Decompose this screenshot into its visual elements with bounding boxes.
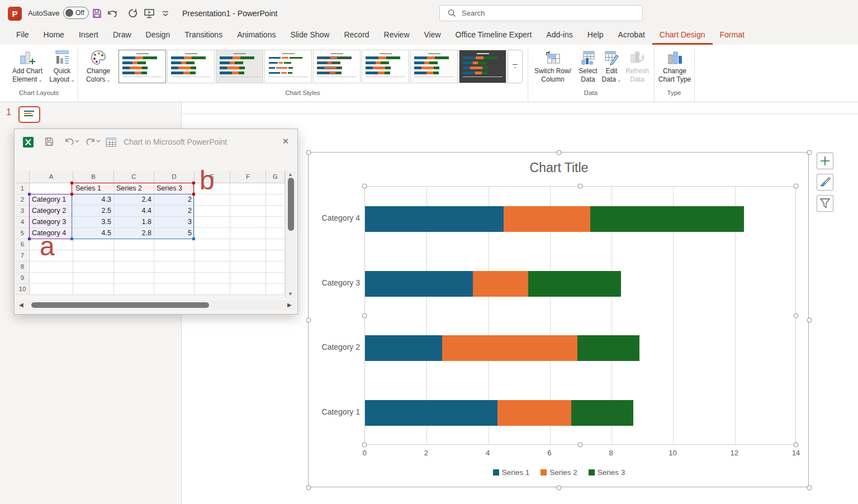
sheet-cell[interactable] [73, 273, 114, 284]
row-header-9[interactable]: 9 [16, 273, 30, 284]
edit-data-in-excel-icon[interactable] [105, 136, 117, 150]
sheet-cell[interactable] [154, 284, 195, 295]
selection-handle[interactable] [807, 486, 812, 491]
tab-chart-design[interactable]: Chart Design [652, 27, 713, 45]
range-handle[interactable] [192, 237, 195, 240]
datasheet-window[interactable]: Chart in Microsoft PowerPoint ✕ ABCDEFG1… [14, 129, 298, 315]
sheet-cell[interactable] [195, 239, 230, 250]
sheet-cell[interactable] [266, 228, 285, 239]
sheet-cell[interactable]: 5 [154, 228, 195, 239]
selection-handle[interactable] [557, 486, 562, 491]
sheet-cell[interactable] [195, 194, 230, 206]
chart-object[interactable]: Chart Title Category 4Category 3Category… [308, 152, 809, 487]
sheet-cell[interactable] [230, 261, 266, 273]
sheet-cell[interactable]: 4.3 [73, 194, 114, 206]
sheet-cell[interactable] [266, 250, 285, 261]
range-handle[interactable] [70, 237, 73, 240]
sheet-cell[interactable]: Series 3 [154, 183, 195, 194]
sheet-cell[interactable] [30, 273, 73, 284]
change-chart-type-button[interactable]: Change Chart Type [657, 48, 692, 84]
chart-filters-button[interactable] [817, 195, 833, 212]
row-header-2[interactable]: 2 [16, 194, 30, 206]
sheet-cell[interactable] [230, 183, 266, 194]
sheet-cell[interactable]: 2.5 [73, 206, 114, 217]
sheet-cell[interactable] [30, 261, 73, 273]
bar-segment-series-2[interactable] [442, 335, 578, 361]
scroll-right-icon[interactable]: ▶ [287, 302, 292, 308]
quick-layout-button[interactable]: Quick Layout⌄ [48, 48, 76, 84]
vertical-scrollbar[interactable]: ▲ ▼ [285, 171, 296, 298]
category-label[interactable]: Category 2 [309, 343, 360, 351]
range-handle[interactable] [28, 193, 31, 196]
sheet-cell[interactable] [230, 217, 266, 228]
save-icon[interactable] [44, 136, 54, 149]
selection-handle[interactable] [578, 443, 583, 448]
bar-segment-series-1[interactable] [365, 400, 497, 426]
column-header-D[interactable]: D [154, 171, 195, 183]
sheet-cell[interactable]: 3.5 [73, 217, 114, 228]
plot-area[interactable] [364, 186, 796, 445]
tab-review[interactable]: Review [377, 27, 417, 45]
tab-add-ins[interactable]: Add-ins [539, 27, 580, 45]
selection-handle[interactable] [306, 318, 311, 323]
sheet-cell[interactable]: Category 1 [30, 194, 73, 206]
bar-segment-series-2[interactable] [473, 271, 528, 297]
sheet-cell[interactable] [195, 250, 230, 261]
bar-segment-series-3[interactable] [577, 335, 639, 361]
start-slideshow-icon[interactable] [143, 8, 154, 19]
bar-segment-series-2[interactable] [504, 206, 590, 232]
row-header-8[interactable]: 8 [16, 261, 30, 273]
close-icon[interactable]: ✕ [278, 135, 293, 148]
sheet-cell[interactable] [154, 239, 195, 250]
column-header-A[interactable]: A [30, 171, 73, 183]
bar-segment-series-3[interactable] [590, 206, 745, 232]
bar-segment-series-1[interactable] [365, 335, 442, 361]
column-header-B[interactable]: B [73, 171, 114, 183]
row-header-3[interactable]: 3 [16, 206, 30, 217]
sheet-cell[interactable] [266, 206, 285, 217]
legend-item-series-2[interactable]: Series 2 [541, 468, 577, 477]
undo-icon[interactable] [106, 8, 117, 19]
row-header-10[interactable]: 10 [16, 284, 30, 295]
tab-record[interactable]: Record [336, 27, 376, 45]
tab-view[interactable]: View [417, 27, 448, 45]
row-header-4[interactable]: 4 [16, 217, 30, 228]
change-colors-button[interactable]: Change Colors⌄ [82, 48, 115, 84]
tab-slide-show[interactable]: Slide Show [283, 27, 336, 45]
selection-handle[interactable] [557, 150, 562, 155]
sheet-cell[interactable] [73, 239, 114, 250]
category-label[interactable]: Category 3 [309, 278, 360, 287]
sheet-cell[interactable] [230, 228, 266, 239]
selection-handle[interactable] [794, 443, 799, 448]
sheet-cell[interactable] [195, 284, 230, 295]
gallery-more-button[interactable]: ⌄ [508, 50, 523, 83]
gallery-style-5[interactable] [313, 50, 361, 83]
sheet-cell[interactable] [195, 261, 230, 273]
sheet-cell[interactable] [195, 273, 230, 284]
scroll-down-icon[interactable]: ▼ [288, 291, 293, 297]
gallery-style-1[interactable] [118, 50, 166, 83]
tab-draw[interactable]: Draw [106, 27, 139, 45]
category-label[interactable]: Category 1 [309, 407, 360, 416]
bar-segment-series-1[interactable] [365, 206, 504, 232]
category-label[interactable]: Category 4 [309, 213, 360, 222]
range-handle[interactable] [70, 193, 73, 196]
chart-title[interactable]: Chart Title [309, 160, 809, 175]
sheet-cell[interactable] [114, 261, 154, 273]
tab-format[interactable]: Format [713, 27, 752, 45]
sheet-cell[interactable] [230, 239, 266, 250]
sheet-cell[interactable]: 2 [154, 194, 195, 206]
scrollbar-thumb[interactable] [288, 178, 294, 231]
scrollbar-thumb[interactable] [31, 302, 209, 308]
range-handle[interactable] [70, 182, 73, 184]
range-handle[interactable] [192, 182, 195, 184]
sheet-cell[interactable]: 3 [154, 217, 195, 228]
sheet-corner-cell[interactable] [16, 171, 30, 183]
sheet-cell[interactable] [30, 183, 73, 194]
bar-segment-series-1[interactable] [365, 271, 473, 297]
range-handle[interactable] [28, 237, 31, 240]
autosave-toggle[interactable]: Off [63, 7, 89, 19]
sheet-cell[interactable]: 2.8 [114, 228, 154, 239]
slide-thumbnail[interactable] [18, 106, 40, 123]
legend-item-series-3[interactable]: Series 3 [589, 468, 625, 477]
